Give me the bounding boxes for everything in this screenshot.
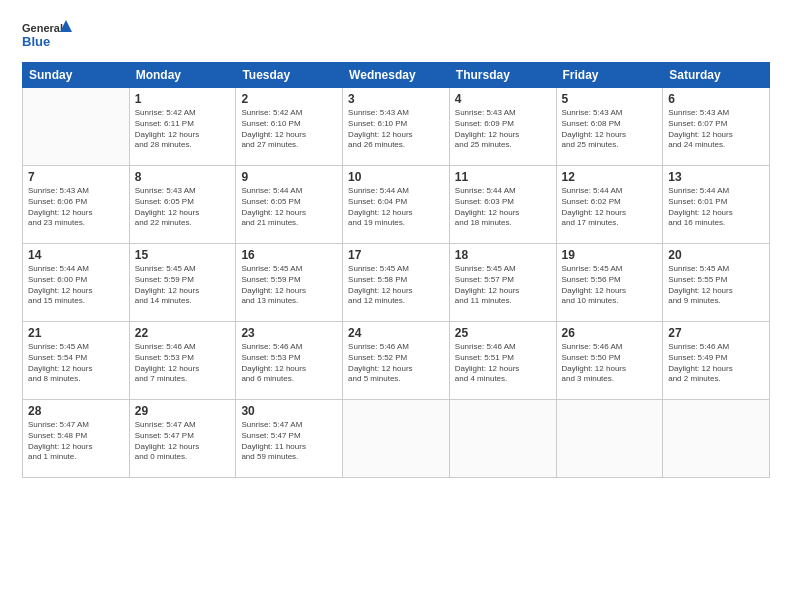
cell-info: Sunrise: 5:43 AM Sunset: 6:08 PM Dayligh… — [562, 108, 658, 151]
calendar-cell: 8Sunrise: 5:43 AM Sunset: 6:05 PM Daylig… — [129, 166, 236, 244]
calendar-cell: 29Sunrise: 5:47 AM Sunset: 5:47 PM Dayli… — [129, 400, 236, 478]
week-row-1: 1Sunrise: 5:42 AM Sunset: 6:11 PM Daylig… — [23, 88, 770, 166]
day-number: 29 — [135, 404, 231, 418]
day-number: 3 — [348, 92, 444, 106]
calendar-cell — [663, 400, 770, 478]
day-number: 15 — [135, 248, 231, 262]
day-number: 14 — [28, 248, 124, 262]
calendar-cell: 11Sunrise: 5:44 AM Sunset: 6:03 PM Dayli… — [449, 166, 556, 244]
day-number: 30 — [241, 404, 337, 418]
cell-info: Sunrise: 5:43 AM Sunset: 6:10 PM Dayligh… — [348, 108, 444, 151]
calendar-cell: 13Sunrise: 5:44 AM Sunset: 6:01 PM Dayli… — [663, 166, 770, 244]
cell-info: Sunrise: 5:45 AM Sunset: 5:59 PM Dayligh… — [135, 264, 231, 307]
page: General Blue SundayMondayTuesdayWednesda… — [0, 0, 792, 612]
day-number: 10 — [348, 170, 444, 184]
cell-info: Sunrise: 5:46 AM Sunset: 5:53 PM Dayligh… — [241, 342, 337, 385]
day-number: 16 — [241, 248, 337, 262]
week-row-5: 28Sunrise: 5:47 AM Sunset: 5:48 PM Dayli… — [23, 400, 770, 478]
calendar-cell — [556, 400, 663, 478]
general-blue-logo: General Blue — [22, 18, 72, 54]
day-number: 9 — [241, 170, 337, 184]
calendar-cell: 14Sunrise: 5:44 AM Sunset: 6:00 PM Dayli… — [23, 244, 130, 322]
cell-info: Sunrise: 5:43 AM Sunset: 6:06 PM Dayligh… — [28, 186, 124, 229]
calendar-cell — [343, 400, 450, 478]
calendar-cell: 15Sunrise: 5:45 AM Sunset: 5:59 PM Dayli… — [129, 244, 236, 322]
cell-info: Sunrise: 5:45 AM Sunset: 5:59 PM Dayligh… — [241, 264, 337, 307]
day-number: 1 — [135, 92, 231, 106]
cell-info: Sunrise: 5:43 AM Sunset: 6:09 PM Dayligh… — [455, 108, 551, 151]
calendar-cell: 9Sunrise: 5:44 AM Sunset: 6:05 PM Daylig… — [236, 166, 343, 244]
day-number: 25 — [455, 326, 551, 340]
calendar-cell: 16Sunrise: 5:45 AM Sunset: 5:59 PM Dayli… — [236, 244, 343, 322]
calendar-cell: 19Sunrise: 5:45 AM Sunset: 5:56 PM Dayli… — [556, 244, 663, 322]
cell-info: Sunrise: 5:44 AM Sunset: 6:03 PM Dayligh… — [455, 186, 551, 229]
day-number: 12 — [562, 170, 658, 184]
day-number: 20 — [668, 248, 764, 262]
header: General Blue — [22, 18, 770, 54]
cell-info: Sunrise: 5:45 AM Sunset: 5:58 PM Dayligh… — [348, 264, 444, 307]
calendar-cell: 30Sunrise: 5:47 AM Sunset: 5:47 PM Dayli… — [236, 400, 343, 478]
cell-info: Sunrise: 5:46 AM Sunset: 5:52 PM Dayligh… — [348, 342, 444, 385]
svg-text:General: General — [22, 22, 63, 34]
logo: General Blue — [22, 18, 72, 54]
cell-info: Sunrise: 5:42 AM Sunset: 6:10 PM Dayligh… — [241, 108, 337, 151]
calendar-cell: 6Sunrise: 5:43 AM Sunset: 6:07 PM Daylig… — [663, 88, 770, 166]
cell-info: Sunrise: 5:44 AM Sunset: 6:04 PM Dayligh… — [348, 186, 444, 229]
calendar-cell: 26Sunrise: 5:46 AM Sunset: 5:50 PM Dayli… — [556, 322, 663, 400]
calendar-cell: 25Sunrise: 5:46 AM Sunset: 5:51 PM Dayli… — [449, 322, 556, 400]
day-number: 28 — [28, 404, 124, 418]
cell-info: Sunrise: 5:44 AM Sunset: 6:00 PM Dayligh… — [28, 264, 124, 307]
header-row: SundayMondayTuesdayWednesdayThursdayFrid… — [23, 63, 770, 88]
day-number: 18 — [455, 248, 551, 262]
day-number: 21 — [28, 326, 124, 340]
cell-info: Sunrise: 5:46 AM Sunset: 5:50 PM Dayligh… — [562, 342, 658, 385]
week-row-3: 14Sunrise: 5:44 AM Sunset: 6:00 PM Dayli… — [23, 244, 770, 322]
cell-info: Sunrise: 5:47 AM Sunset: 5:48 PM Dayligh… — [28, 420, 124, 463]
day-header-tuesday: Tuesday — [236, 63, 343, 88]
svg-text:Blue: Blue — [22, 34, 50, 49]
week-row-4: 21Sunrise: 5:45 AM Sunset: 5:54 PM Dayli… — [23, 322, 770, 400]
day-header-monday: Monday — [129, 63, 236, 88]
calendar-cell: 5Sunrise: 5:43 AM Sunset: 6:08 PM Daylig… — [556, 88, 663, 166]
day-number: 17 — [348, 248, 444, 262]
calendar-cell: 23Sunrise: 5:46 AM Sunset: 5:53 PM Dayli… — [236, 322, 343, 400]
cell-info: Sunrise: 5:44 AM Sunset: 6:01 PM Dayligh… — [668, 186, 764, 229]
day-number: 13 — [668, 170, 764, 184]
cell-info: Sunrise: 5:42 AM Sunset: 6:11 PM Dayligh… — [135, 108, 231, 151]
day-number: 22 — [135, 326, 231, 340]
cell-info: Sunrise: 5:44 AM Sunset: 6:02 PM Dayligh… — [562, 186, 658, 229]
day-number: 2 — [241, 92, 337, 106]
day-number: 7 — [28, 170, 124, 184]
calendar-cell: 27Sunrise: 5:46 AM Sunset: 5:49 PM Dayli… — [663, 322, 770, 400]
calendar-cell: 7Sunrise: 5:43 AM Sunset: 6:06 PM Daylig… — [23, 166, 130, 244]
calendar-cell: 3Sunrise: 5:43 AM Sunset: 6:10 PM Daylig… — [343, 88, 450, 166]
day-header-sunday: Sunday — [23, 63, 130, 88]
cell-info: Sunrise: 5:45 AM Sunset: 5:55 PM Dayligh… — [668, 264, 764, 307]
calendar-cell: 4Sunrise: 5:43 AM Sunset: 6:09 PM Daylig… — [449, 88, 556, 166]
cell-info: Sunrise: 5:46 AM Sunset: 5:51 PM Dayligh… — [455, 342, 551, 385]
cell-info: Sunrise: 5:45 AM Sunset: 5:54 PM Dayligh… — [28, 342, 124, 385]
day-number: 27 — [668, 326, 764, 340]
day-number: 26 — [562, 326, 658, 340]
calendar-cell: 12Sunrise: 5:44 AM Sunset: 6:02 PM Dayli… — [556, 166, 663, 244]
calendar-cell: 20Sunrise: 5:45 AM Sunset: 5:55 PM Dayli… — [663, 244, 770, 322]
day-number: 24 — [348, 326, 444, 340]
calendar-cell: 28Sunrise: 5:47 AM Sunset: 5:48 PM Dayli… — [23, 400, 130, 478]
calendar-cell: 22Sunrise: 5:46 AM Sunset: 5:53 PM Dayli… — [129, 322, 236, 400]
calendar-cell — [449, 400, 556, 478]
week-row-2: 7Sunrise: 5:43 AM Sunset: 6:06 PM Daylig… — [23, 166, 770, 244]
day-number: 8 — [135, 170, 231, 184]
calendar-cell: 1Sunrise: 5:42 AM Sunset: 6:11 PM Daylig… — [129, 88, 236, 166]
day-number: 19 — [562, 248, 658, 262]
day-header-friday: Friday — [556, 63, 663, 88]
calendar-cell: 2Sunrise: 5:42 AM Sunset: 6:10 PM Daylig… — [236, 88, 343, 166]
day-header-wednesday: Wednesday — [343, 63, 450, 88]
cell-info: Sunrise: 5:46 AM Sunset: 5:53 PM Dayligh… — [135, 342, 231, 385]
calendar-cell — [23, 88, 130, 166]
calendar-table: SundayMondayTuesdayWednesdayThursdayFrid… — [22, 62, 770, 478]
cell-info: Sunrise: 5:44 AM Sunset: 6:05 PM Dayligh… — [241, 186, 337, 229]
day-header-saturday: Saturday — [663, 63, 770, 88]
cell-info: Sunrise: 5:43 AM Sunset: 6:05 PM Dayligh… — [135, 186, 231, 229]
cell-info: Sunrise: 5:45 AM Sunset: 5:56 PM Dayligh… — [562, 264, 658, 307]
day-number: 6 — [668, 92, 764, 106]
